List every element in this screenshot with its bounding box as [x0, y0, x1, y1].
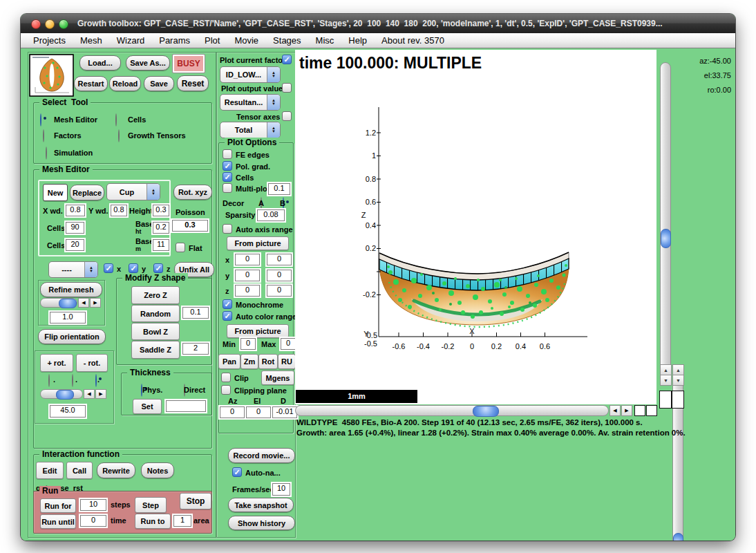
scroll-left-arrow-icon[interactable]: ◀ [609, 405, 621, 416]
slider-edit-box[interactable] [672, 391, 684, 409]
save-button[interactable]: Save [144, 76, 174, 91]
slider-up-arrow-icon[interactable]: ▲ [672, 364, 684, 375]
refine-mesh-button[interactable]: Refine mesh [40, 282, 102, 297]
plot-output-value-checkbox[interactable] [282, 83, 292, 93]
rot-axis-radio-1[interactable] [48, 374, 50, 387]
flip-orientation-button[interactable]: Flip orientation [38, 329, 106, 344]
el-field[interactable]: 0 [246, 406, 271, 418]
menu-mesh[interactable]: Mesh [80, 35, 102, 46]
record-movie-button[interactable]: Record movie... [228, 448, 295, 463]
auto-color-range-checkbox[interactable] [223, 311, 232, 321]
set-thickness-button[interactable]: Set [133, 399, 162, 414]
base-ht-field[interactable]: 0.2 [153, 222, 169, 234]
run-to-button[interactable]: Run to [135, 514, 171, 529]
rotation-value-field[interactable]: 45.0 [50, 405, 86, 418]
edit-button[interactable]: Edit [36, 462, 64, 479]
thickness-field[interactable] [166, 400, 206, 412]
fix-x-checkbox[interactable] [104, 263, 113, 273]
plot-area[interactable]: 1.2 1 0.8 0.6 0.4 0.2 -0.2 -0.6 -0.4 -0.… [295, 50, 656, 404]
scroll-right-arrow-icon[interactable]: ▶ [621, 405, 632, 416]
rotation-slider[interactable]: ◀ ▶ [40, 389, 106, 399]
cells2-field[interactable]: 20 [66, 239, 84, 251]
axis-y-max-field[interactable]: 0 [267, 270, 292, 281]
bowl-z-button[interactable]: Bowl Z [131, 323, 180, 340]
reload-button[interactable]: Reload [109, 76, 141, 91]
plus-rot-button[interactable]: + rot. [40, 354, 73, 372]
slider-right-arrow-icon[interactable]: ▶ [90, 298, 101, 308]
auto-name-checkbox[interactable] [232, 467, 242, 477]
flat-checkbox[interactable] [176, 243, 185, 252]
axis-z-max-field[interactable]: 0 [267, 285, 292, 297]
step-button[interactable]: Step [135, 497, 167, 513]
pan-button[interactable]: Pan [218, 354, 240, 369]
zero-z-button[interactable]: Zero Z [131, 286, 180, 304]
run-until-button[interactable]: Run until [40, 514, 76, 529]
axis-x-max-field[interactable]: 0 [267, 254, 292, 265]
auto-axis-range-checkbox[interactable] [223, 224, 232, 234]
slider-thumb[interactable] [673, 533, 683, 541]
rot-axis-radio-3[interactable] [95, 374, 97, 387]
show-history-button[interactable]: Show history [228, 516, 295, 530]
menu-wizard[interactable]: Wizard [117, 35, 144, 46]
rotate-mode-button[interactable]: Rot [258, 354, 278, 369]
radio-cells[interactable] [115, 113, 117, 126]
menu-movie[interactable]: Movie [234, 35, 258, 46]
ru-button[interactable]: RU [278, 354, 296, 369]
tensor-axes-checkbox[interactable] [282, 111, 292, 121]
notes-button[interactable]: Notes [141, 462, 174, 478]
stop-button[interactable]: Stop [180, 493, 211, 509]
radio-factors[interactable] [43, 129, 44, 142]
shape-select[interactable]: Cup ▲▼ [106, 183, 160, 200]
menu-stages[interactable]: Stages [273, 35, 301, 46]
base-m-field[interactable]: 11 [153, 239, 169, 251]
clipping-plane-checkbox[interactable] [221, 385, 231, 395]
time-field[interactable]: 0 [80, 515, 106, 527]
restart-button[interactable]: Restart [74, 76, 108, 91]
slider-thumb[interactable] [661, 229, 671, 248]
multi-plot-field[interactable]: 0.1 [268, 183, 290, 195]
fix-z-checkbox[interactable] [153, 263, 163, 273]
refine-value-field[interactable]: 1.0 [50, 312, 86, 324]
random-value-field[interactable]: 0.1 [182, 307, 209, 319]
horizontal-scrollbar[interactable]: ◀ ▶ [295, 405, 657, 416]
output-value-select[interactable]: Resultan... ▲▼ [220, 94, 281, 111]
height-field[interactable]: 0.3 [153, 205, 169, 216]
cells1-field[interactable]: 90 [66, 222, 84, 234]
saddle-value-field[interactable]: 2 [182, 343, 209, 355]
axis-y-min-field[interactable]: 0 [235, 270, 260, 281]
save-as-button[interactable]: Save As... [126, 55, 170, 71]
take-snapshot-button[interactable]: Take snapshot [228, 498, 294, 512]
menu-about-rev-3570[interactable]: About rev. 3570 [381, 35, 444, 46]
menu-projects[interactable]: Projects [33, 35, 66, 46]
multi-plot-checkbox[interactable] [223, 183, 232, 193]
sparsity-field[interactable]: 0.08 [257, 209, 285, 221]
zoom-mode-button[interactable]: Zm [240, 354, 258, 369]
d-field[interactable]: -0.01 [272, 406, 297, 418]
reset-button[interactable]: Reset [177, 75, 209, 91]
load-button[interactable]: Load... [79, 55, 121, 71]
slider-left-arrow-icon[interactable]: ◀ [78, 298, 89, 308]
monochrome-checkbox[interactable] [223, 299, 232, 309]
rot-axis-radio-2[interactable] [72, 374, 73, 387]
cells-checkbox[interactable] [223, 172, 232, 182]
run-for-button[interactable]: Run for [40, 498, 76, 513]
radio-growth-tensors[interactable] [118, 129, 120, 142]
from-picture-axis-button[interactable]: From picture [227, 236, 289, 250]
refine-slider[interactable]: ◀ ▶ [40, 298, 101, 308]
saddle-z-button[interactable]: Saddle Z [131, 341, 180, 359]
axis-x-min-field[interactable]: 0 [235, 254, 260, 265]
pol-grad-checkbox[interactable] [223, 161, 232, 171]
radio-simulation[interactable] [46, 147, 47, 160]
max-field[interactable]: 0 [281, 338, 296, 350]
slider-left-arrow-icon[interactable]: ◀ [84, 389, 95, 399]
clip-checkbox[interactable] [221, 373, 231, 382]
axis-z-min-field[interactable]: 0 [235, 285, 260, 297]
mgens-button[interactable]: Mgens [261, 371, 294, 385]
slider-down-arrow-icon[interactable]: ▼ [660, 375, 672, 386]
az-field[interactable]: 0 [220, 406, 245, 418]
close-button[interactable] [31, 19, 41, 29]
slider-up-arrow-icon[interactable]: ▲ [660, 364, 672, 375]
fix-select[interactable]: ---- ▲▼ [48, 261, 98, 278]
fix-y-checkbox[interactable] [129, 263, 138, 273]
slider-down-arrow-icon[interactable]: ▼ [672, 375, 684, 386]
